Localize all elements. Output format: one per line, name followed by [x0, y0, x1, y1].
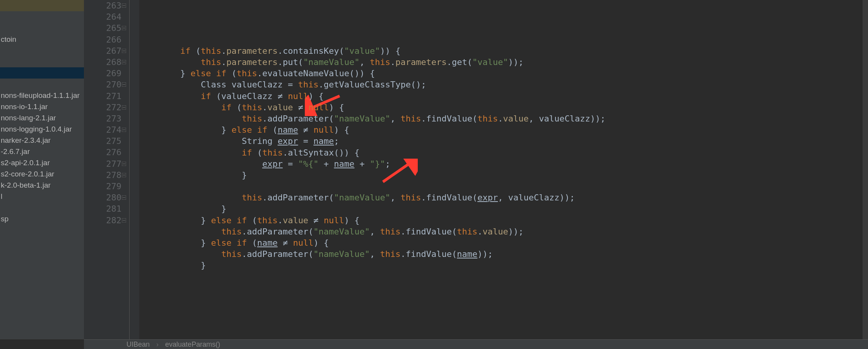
code-line[interactable]: this.addParameter("nameValue", this.find…: [139, 248, 868, 260]
line-number[interactable]: 281: [84, 203, 129, 214]
code-line[interactable]: } else if (name ≠ null) {: [139, 237, 868, 248]
tree-row[interactable]: [0, 22, 84, 34]
code-line[interactable]: }: [139, 260, 868, 271]
fold-toggle-icon[interactable]: [119, 192, 129, 203]
tree-row[interactable]: k-2.0-beta-1.jar: [0, 180, 84, 191]
tree-row[interactable]: [0, 67, 84, 79]
code-line[interactable]: Class valueClazz = this.getValueClassTyp…: [139, 79, 868, 90]
line-number[interactable]: 275: [84, 135, 129, 147]
tree-row[interactable]: [0, 11, 84, 22]
tree-row[interactable]: [0, 79, 84, 90]
code-line[interactable]: expr = "%{" + name + "}";: [139, 158, 868, 169]
code-line[interactable]: } else if (name ≠ null) {: [139, 124, 868, 135]
code-line[interactable]: }: [139, 169, 868, 181]
line-number[interactable]: 276: [84, 147, 129, 158]
fold-toggle-icon[interactable]: [119, 22, 129, 34]
fold-toggle-icon[interactable]: [119, 215, 129, 226]
code-line[interactable]: this.addParameter("nameValue", this.find…: [139, 113, 868, 124]
tree-row[interactable]: l: [0, 191, 84, 202]
line-number[interactable]: 266: [84, 34, 129, 45]
tree-row[interactable]: nons-io-1.1.jar: [0, 101, 84, 112]
tree-row[interactable]: nons-lang-2.1.jar: [0, 112, 84, 123]
line-number[interactable]: 264: [84, 11, 129, 22]
fold-gutter[interactable]: [130, 0, 139, 339]
line-number[interactable]: 271: [84, 91, 129, 102]
fold-toggle-icon[interactable]: [119, 0, 129, 11]
tree-row[interactable]: sp: [0, 213, 84, 224]
fold-toggle-icon[interactable]: [119, 79, 129, 90]
code-line[interactable]: this.parameters.put("nameValue", this.pa…: [139, 56, 868, 68]
fold-toggle-icon[interactable]: [119, 56, 129, 68]
code-line[interactable]: this.addParameter("nameValue", this.find…: [139, 226, 868, 237]
tree-row[interactable]: [0, 45, 84, 56]
fold-toggle-icon[interactable]: [119, 124, 129, 135]
chevron-right-icon: ›: [156, 340, 159, 348]
editor-scrollbar[interactable]: [863, 0, 868, 339]
code-line[interactable]: this.addParameter("nameValue", this.find…: [139, 192, 868, 203]
tree-row[interactable]: s2-api-2.0.1.jar: [0, 157, 84, 168]
tree-row[interactable]: s2-core-2.0.1.jar: [0, 168, 84, 180]
code-line[interactable]: }: [139, 203, 868, 214]
fold-toggle-icon[interactable]: [119, 158, 129, 169]
fold-toggle-icon[interactable]: [119, 102, 129, 113]
code-line[interactable]: } else if (this.evaluateNameValue()) {: [139, 68, 868, 79]
code-line[interactable]: [139, 181, 868, 192]
tree-row[interactable]: ctoin: [0, 34, 84, 45]
code-line[interactable]: String expr = name;: [139, 135, 868, 147]
line-number[interactable]: 269: [84, 68, 129, 79]
code-line[interactable]: } else if (this.value ≠ null) {: [139, 215, 868, 226]
tree-row[interactable]: nons-logging-1.0.4.jar: [0, 123, 84, 135]
tree-row[interactable]: narker-2.3.4.jar: [0, 135, 84, 146]
tree-row[interactable]: [0, 202, 84, 213]
line-number[interactable]: 273: [84, 113, 129, 124]
tree-row[interactable]: nons-fileupload-1.1.1.jar: [0, 90, 84, 101]
tree-row[interactable]: [0, 56, 84, 67]
breadcrumb[interactable]: UIBean › evaluateParams(): [84, 339, 868, 349]
code-line[interactable]: if (this.parameters.containsKey("value")…: [139, 45, 868, 56]
code-line[interactable]: if (this.altSyntax()) {: [139, 147, 868, 158]
breadcrumb-item[interactable]: evaluateParams(): [165, 340, 220, 348]
code-line[interactable]: if (valueClazz ≠ null) {: [139, 91, 868, 102]
fold-toggle-icon[interactable]: [119, 45, 129, 56]
project-tree[interactable]: ctoinnons-fileupload-1.1.1.jarnons-io-1.…: [0, 0, 84, 339]
editor-code-area[interactable]: if (this.parameters.containsKey("value")…: [139, 0, 868, 339]
code-line[interactable]: if (this.value ≠ null) {: [139, 102, 868, 113]
tree-row[interactable]: [0, 0, 84, 11]
tree-row[interactable]: -2.6.7.jar: [0, 146, 84, 157]
line-number[interactable]: 279: [84, 181, 129, 192]
fold-toggle-icon[interactable]: [119, 169, 129, 181]
breadcrumb-item[interactable]: UIBean: [126, 340, 150, 348]
